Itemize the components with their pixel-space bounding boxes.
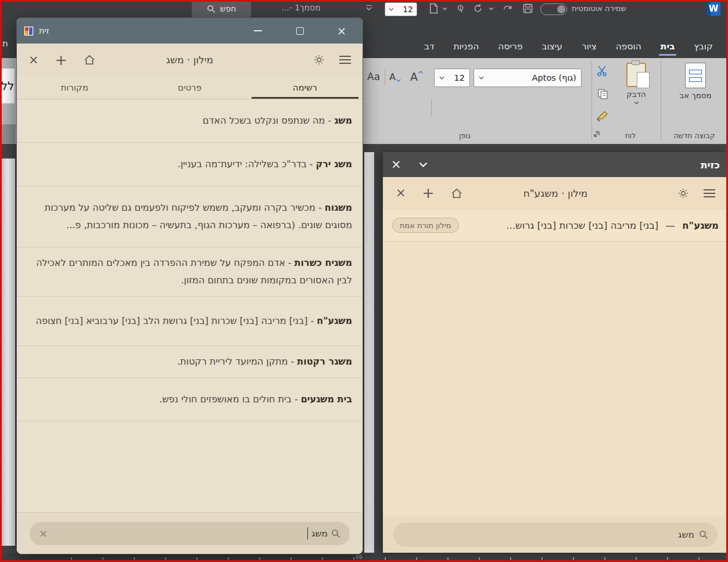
paste-button[interactable]: הדבק: [616, 63, 657, 105]
tab-insert[interactable]: הוספה: [616, 41, 641, 52]
qat-touch-mode-button[interactable]: [456, 3, 465, 13]
autosave-toggle[interactable]: [540, 3, 567, 15]
group-separator: [661, 62, 661, 140]
paste-label: הדבק: [626, 89, 646, 99]
grow-font-button[interactable]: A: [410, 67, 423, 86]
qat-new-file-button[interactable]: [429, 3, 438, 14]
entry-term: משגע"ח: [682, 220, 719, 231]
close-icon[interactable]: ×: [391, 158, 401, 171]
clipboard-dialog-launcher[interactable]: [593, 131, 600, 138]
chevron-down-icon[interactable]: [419, 162, 428, 167]
qat-redo-button[interactable]: [503, 3, 513, 13]
entry-separator: -: [310, 158, 313, 170]
chevron-down-icon: [442, 7, 447, 10]
small-separator: [385, 69, 385, 86]
font-size-combobox[interactable]: 12: [434, 69, 470, 87]
entry-separator: -: [288, 257, 292, 268]
entry-term: משגוח: [325, 202, 352, 213]
tab-view-sliver[interactable]: ת: [2, 38, 8, 49]
search-icon: [699, 530, 708, 539]
new-file-icon: [429, 3, 438, 14]
ribbon-options-button[interactable]: [366, 5, 372, 10]
undo-icon: [473, 3, 483, 13]
close-button[interactable]: ×: [333, 18, 350, 44]
theme-sun-icon[interactable]: [678, 188, 688, 199]
font-size-value: 12: [454, 73, 465, 82]
chevron-up-icon: [418, 71, 423, 74]
search-value: משג: [311, 528, 328, 539]
clear-search-icon[interactable]: ×: [39, 527, 48, 539]
list-item[interactable]: בית משגעים-בית חולים בו מאושפזים חולי נפ…: [17, 378, 363, 422]
maximize-button[interactable]: [291, 18, 309, 44]
kezayit-toolbar: × + מילון · משגע"ח: [383, 177, 728, 209]
list-item[interactable]: משגר רקטות-מתקן המיועד ליריית רקטות.: [17, 346, 363, 378]
tab-sources[interactable]: מקורות: [17, 76, 132, 99]
search-icon: [207, 5, 216, 13]
minimize-button[interactable]: [249, 18, 267, 44]
change-case-label: Aa: [367, 71, 380, 82]
kezayit-title-bar[interactable]: × כזית: [383, 152, 728, 177]
zayit-window-title: זית: [39, 26, 49, 35]
qat-undo-dropdown[interactable]: [489, 7, 494, 10]
menu-icon[interactable]: [339, 56, 351, 64]
paste-icon: [626, 63, 646, 87]
qat-font-size-box[interactable]: 12: [385, 2, 417, 16]
theme-sun-icon[interactable]: [314, 55, 324, 65]
zayit-window: זית × × + מילון · משג רשימה פרטים מקורות: [16, 17, 363, 554]
copy-button[interactable]: [597, 88, 608, 99]
dictionary-entry[interactable]: משגע"ח — [בני] מריבה [בני] שכרות [בני] ג…: [383, 209, 728, 242]
tab-list[interactable]: רשימה: [248, 76, 363, 99]
list-item[interactable]: משגע"ח-[בני] מריבה [בני] שכרות [בני] גרו…: [17, 297, 363, 346]
chevron-down-icon: [479, 76, 484, 80]
list-item[interactable]: משג ירק-בדר"כ בשלילה: ידיעת־מה בעניין.: [17, 143, 363, 186]
list-item[interactable]: משגיח כשרות-אדם המפקח על שמירת ההפרדה בי…: [17, 247, 363, 297]
chevron-down-icon: [366, 7, 372, 10]
entry-separator: —: [666, 220, 676, 231]
shrink-font-letter: A: [389, 71, 396, 82]
word-search-label: חפש: [220, 4, 236, 13]
menu-icon[interactable]: [704, 189, 715, 197]
entry-definition: בית חולים בו מאושפזים חולי נפש.: [159, 394, 292, 405]
list-item[interactable]: משגוח-מכשיר בקרה ומעקב, משמש לפיקוח ולפע…: [17, 186, 363, 247]
master-document-button[interactable]: מסמך אב: [671, 63, 720, 100]
tab-draw[interactable]: ציור: [582, 41, 597, 52]
entry-term: בית משגעים: [301, 394, 352, 405]
search-input[interactable]: משג: [393, 523, 718, 547]
doc-line: [689, 70, 702, 74]
word-search-button[interactable]: חפש: [192, 0, 251, 17]
save-icon: [523, 3, 533, 13]
change-case-button[interactable]: Aa: [367, 67, 380, 86]
entry-term: משגיח כשרות: [295, 257, 352, 268]
ruler-number: 09: [356, 554, 362, 560]
qat-undo-button[interactable]: [473, 3, 483, 13]
format-painter-button[interactable]: [596, 110, 608, 123]
font-name-combobox[interactable]: Aptos (גוף): [474, 69, 582, 87]
autosave-label: שמירה אוטומטית: [572, 4, 626, 13]
search-icon: [331, 529, 340, 538]
cut-button[interactable]: [596, 65, 608, 77]
tab-details[interactable]: פרטים: [132, 76, 247, 99]
toggle-knob: [557, 5, 565, 13]
chevron-down-icon: [634, 101, 639, 105]
document-title: מסמך1 -...: [260, 3, 342, 12]
tab-design[interactable]: עיצוב: [541, 41, 562, 52]
tab-layout[interactable]: פריסה: [498, 41, 522, 52]
qat-new-file-dropdown[interactable]: [442, 7, 447, 10]
styles-gallery-sliver[interactable]: לל: [0, 68, 15, 104]
tab-home[interactable]: בית: [661, 41, 675, 52]
shrink-font-button[interactable]: A: [389, 67, 401, 86]
tab-mailings-partial[interactable]: דב: [424, 41, 434, 52]
entry-definition: [בני] מריבה [בני] שכרות [בני] גרושת הלב …: [35, 315, 307, 326]
tab-references[interactable]: הפניות: [453, 41, 479, 52]
search-input[interactable]: משג ×: [30, 522, 350, 545]
word-logo-icon[interactable]: W: [707, 2, 720, 16]
qat-save-button[interactable]: [523, 3, 533, 13]
tab-file[interactable]: קובץ: [694, 41, 713, 52]
doc-line: [689, 77, 702, 82]
list-item[interactable]: משג-מה שנתפס ונקלט בשכל האדם: [17, 99, 363, 143]
zayit-title-bar[interactable]: זית ×: [17, 18, 363, 44]
chevron-down-icon: [389, 8, 394, 11]
entry-definition: בדר"כ בשלילה: ידיעת־מה בעניין.: [178, 158, 307, 170]
ruler-ticks: [41, 557, 716, 560]
page-edge-middle: [364, 152, 374, 553]
